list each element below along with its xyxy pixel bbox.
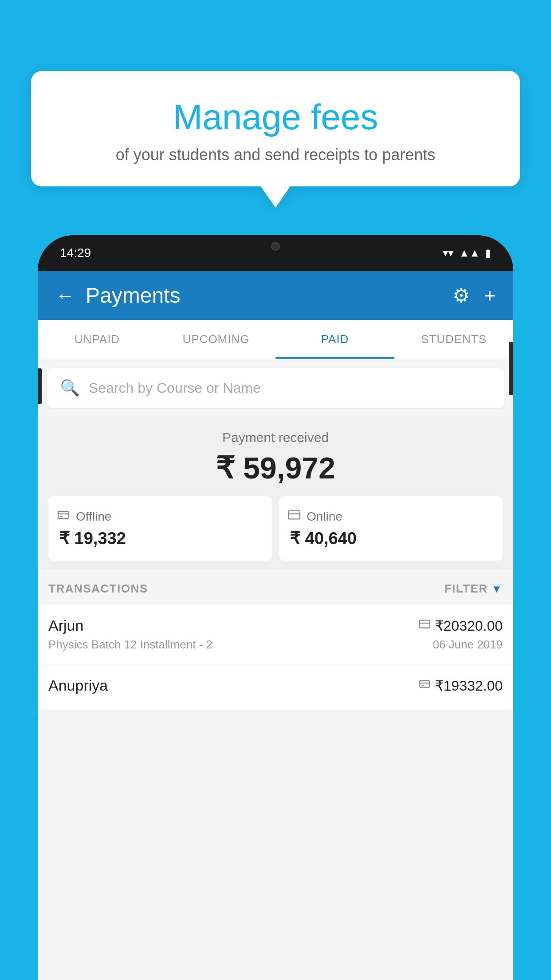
payment-total-amount: ₹ 59,972	[47, 450, 504, 486]
search-placeholder-text: Search by Course or Name	[89, 380, 261, 396]
offline-icon	[57, 509, 70, 524]
online-amount: ₹ 40,640	[288, 529, 494, 548]
transaction-name: Anupriya	[48, 677, 108, 694]
svg-rect-5	[419, 620, 430, 628]
phone-time: 14:29	[60, 246, 91, 260]
battery-icon: ▮	[485, 247, 491, 259]
header-right: ⚙ +	[453, 284, 496, 307]
filter-icon: ▼	[492, 583, 503, 595]
transaction-item[interactable]: Arjun ₹20320.00 Physics Batch 12 Install…	[38, 605, 513, 664]
transaction-amount: ₹20320.00	[435, 617, 503, 634]
svg-rect-7	[420, 680, 429, 687]
svg-rect-0	[58, 511, 68, 518]
transactions-label: TRANSACTIONS	[48, 582, 148, 596]
online-payment-card: Online ₹ 40,640	[279, 496, 503, 561]
app-screen: ← Payments ⚙ + UNPAID UPCOMING PAID STUD…	[38, 271, 513, 980]
add-icon[interactable]: +	[484, 285, 496, 307]
payment-summary: Payment received ₹ 59,972 Offline	[38, 417, 513, 569]
signal-icon: ▲▲	[459, 247, 480, 259]
tab-bar: UNPAID UPCOMING PAID STUDENTS	[38, 320, 513, 359]
header-left: ← Payments	[55, 283, 180, 308]
svg-rect-3	[288, 511, 300, 519]
transaction-name: Arjun	[48, 617, 83, 634]
offline-label: Offline	[76, 510, 111, 524]
back-button[interactable]: ←	[55, 285, 75, 307]
payment-cards: Offline ₹ 19,332 Online	[48, 496, 503, 561]
front-camera	[271, 242, 280, 251]
volume-button-left	[38, 368, 42, 404]
transaction-amount-wrap: ₹20320.00	[419, 617, 503, 634]
transaction-detail: Physics Batch 12 Installment - 2	[48, 638, 213, 652]
tab-paid[interactable]: PAID	[276, 320, 394, 359]
filter-button[interactable]: FILTER ▼	[445, 582, 503, 596]
phone-frame: 14:29 ▾▾ ▲▲ ▮ ← Payments ⚙ + UNPAID UPCO…	[38, 235, 513, 980]
speech-bubble-subtitle: of your students and send receipts to pa…	[49, 146, 502, 164]
transaction-item[interactable]: Anupriya ₹19332.00	[38, 664, 513, 711]
card-payment-icon	[419, 618, 430, 633]
wifi-icon: ▾▾	[443, 247, 453, 259]
page-title: Payments	[86, 283, 180, 308]
phone-notch	[249, 235, 302, 257]
tab-upcoming[interactable]: UPCOMING	[157, 320, 276, 359]
speech-bubble: Manage fees of your students and send re…	[31, 71, 520, 186]
cash-payment-icon	[419, 678, 430, 693]
transaction-amount: ₹19332.00	[435, 677, 503, 694]
offline-payment-card: Offline ₹ 19,332	[48, 496, 272, 561]
transaction-amount-wrap: ₹19332.00	[419, 677, 503, 694]
tab-unpaid[interactable]: UNPAID	[38, 320, 157, 359]
transaction-date: 06 June 2019	[433, 638, 503, 652]
offline-amount: ₹ 19,332	[57, 529, 263, 548]
settings-icon[interactable]: ⚙	[453, 284, 470, 307]
search-bar[interactable]: 🔍 Search by Course or Name	[47, 368, 504, 408]
status-bar: 14:29 ▾▾ ▲▲ ▮	[38, 235, 513, 271]
online-label: Online	[307, 510, 342, 524]
payment-received-label: Payment received	[47, 430, 504, 445]
transactions-header: TRANSACTIONS FILTER ▼	[38, 569, 513, 605]
online-icon	[288, 509, 300, 524]
speech-bubble-title: Manage fees	[49, 98, 502, 137]
tab-students[interactable]: STUDENTS	[394, 320, 513, 359]
status-icons: ▾▾ ▲▲ ▮	[443, 247, 491, 259]
app-header: ← Payments ⚙ +	[38, 271, 513, 320]
search-icon: 🔍	[60, 379, 80, 397]
